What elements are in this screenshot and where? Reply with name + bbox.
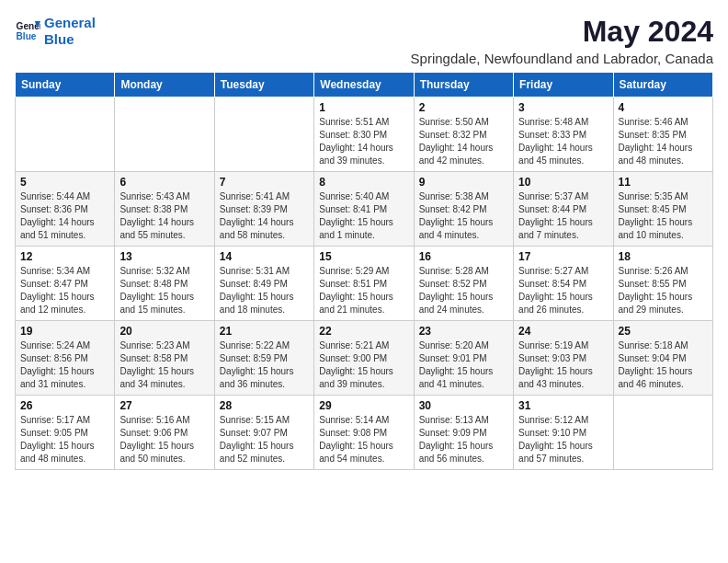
day-number: 12: [20, 250, 109, 263]
calendar-empty-cell: [115, 98, 214, 172]
calendar-day-23: 23Sunrise: 5:20 AMSunset: 9:01 PMDayligh…: [414, 321, 513, 396]
weekday-header-wednesday: Wednesday: [314, 73, 414, 98]
day-number: 29: [319, 399, 408, 412]
calendar-day-27: 27Sunrise: 5:16 AMSunset: 9:06 PMDayligh…: [115, 396, 214, 470]
day-number: 21: [220, 325, 309, 338]
day-info: Sunrise: 5:12 AMSunset: 9:10 PMDaylight:…: [518, 414, 608, 465]
header: General Blue GeneralBlue May 2024 Spring…: [15, 15, 713, 66]
day-info: Sunrise: 5:46 AMSunset: 8:35 PMDaylight:…: [619, 116, 708, 167]
calendar-day-8: 8Sunrise: 5:40 AMSunset: 8:41 PMDaylight…: [314, 172, 414, 247]
day-number: 30: [419, 399, 508, 412]
day-number: 10: [518, 176, 608, 189]
weekday-header-tuesday: Tuesday: [214, 73, 313, 98]
day-info: Sunrise: 5:16 AMSunset: 9:06 PMDaylight:…: [119, 414, 209, 465]
day-info: Sunrise: 5:31 AMSunset: 8:49 PMDaylight:…: [220, 265, 309, 316]
calendar-empty-cell: [214, 98, 313, 172]
day-info: Sunrise: 5:41 AMSunset: 8:39 PMDaylight:…: [220, 190, 309, 242]
calendar-day-16: 16Sunrise: 5:28 AMSunset: 8:52 PMDayligh…: [414, 247, 513, 321]
day-info: Sunrise: 5:40 AMSunset: 8:41 PMDaylight:…: [319, 190, 408, 242]
calendar-day-29: 29Sunrise: 5:14 AMSunset: 9:08 PMDayligh…: [314, 396, 414, 470]
day-info: Sunrise: 5:13 AMSunset: 9:09 PMDaylight:…: [419, 414, 508, 465]
calendar-day-6: 6Sunrise: 5:43 AMSunset: 8:38 PMDaylight…: [115, 172, 214, 247]
calendar-day-19: 19Sunrise: 5:24 AMSunset: 8:56 PMDayligh…: [16, 321, 115, 396]
day-number: 19: [20, 325, 109, 338]
day-info: Sunrise: 5:23 AMSunset: 8:58 PMDaylight:…: [119, 339, 209, 391]
day-number: 31: [518, 399, 608, 412]
calendar-day-28: 28Sunrise: 5:15 AMSunset: 9:07 PMDayligh…: [214, 396, 313, 470]
day-info: Sunrise: 5:20 AMSunset: 9:01 PMDaylight:…: [419, 339, 508, 391]
day-number: 9: [419, 176, 508, 189]
calendar-week-row: 26Sunrise: 5:17 AMSunset: 9:05 PMDayligh…: [16, 396, 713, 470]
calendar: SundayMondayTuesdayWednesdayThursdayFrid…: [15, 72, 713, 470]
day-number: 17: [518, 250, 608, 263]
day-number: 22: [319, 325, 408, 338]
logo-text: GeneralBlue: [44, 15, 96, 48]
calendar-empty-cell: [16, 98, 115, 172]
day-info: Sunrise: 5:26 AMSunset: 8:55 PMDaylight:…: [619, 265, 708, 316]
weekday-header-thursday: Thursday: [414, 73, 513, 98]
day-number: 6: [119, 176, 209, 189]
calendar-day-21: 21Sunrise: 5:22 AMSunset: 8:59 PMDayligh…: [214, 321, 313, 396]
calendar-day-12: 12Sunrise: 5:34 AMSunset: 8:47 PMDayligh…: [16, 247, 115, 321]
calendar-day-24: 24Sunrise: 5:19 AMSunset: 9:03 PMDayligh…: [514, 321, 613, 396]
day-number: 18: [619, 250, 708, 263]
calendar-day-14: 14Sunrise: 5:31 AMSunset: 8:49 PMDayligh…: [214, 247, 313, 321]
calendar-day-3: 3Sunrise: 5:48 AMSunset: 8:33 PMDaylight…: [514, 98, 613, 172]
calendar-day-22: 22Sunrise: 5:21 AMSunset: 9:00 PMDayligh…: [314, 321, 414, 396]
day-info: Sunrise: 5:22 AMSunset: 8:59 PMDaylight:…: [220, 339, 309, 391]
calendar-day-1: 1Sunrise: 5:51 AMSunset: 8:30 PMDaylight…: [314, 98, 414, 172]
day-number: 26: [20, 399, 109, 412]
day-info: Sunrise: 5:24 AMSunset: 8:56 PMDaylight:…: [20, 339, 109, 391]
calendar-day-5: 5Sunrise: 5:44 AMSunset: 8:36 PMDaylight…: [16, 172, 115, 247]
day-number: 27: [119, 399, 209, 412]
day-info: Sunrise: 5:21 AMSunset: 9:00 PMDaylight:…: [319, 339, 408, 391]
calendar-day-4: 4Sunrise: 5:46 AMSunset: 8:35 PMDaylight…: [613, 98, 712, 172]
calendar-day-2: 2Sunrise: 5:50 AMSunset: 8:32 PMDaylight…: [414, 98, 513, 172]
day-info: Sunrise: 5:17 AMSunset: 9:05 PMDaylight:…: [20, 414, 109, 465]
day-number: 25: [619, 325, 708, 338]
calendar-day-17: 17Sunrise: 5:27 AMSunset: 8:54 PMDayligh…: [514, 247, 613, 321]
weekday-header-row: SundayMondayTuesdayWednesdayThursdayFrid…: [16, 73, 713, 98]
calendar-week-row: 12Sunrise: 5:34 AMSunset: 8:47 PMDayligh…: [16, 247, 713, 321]
day-number: 8: [319, 176, 408, 189]
calendar-day-18: 18Sunrise: 5:26 AMSunset: 8:55 PMDayligh…: [613, 247, 712, 321]
calendar-day-20: 20Sunrise: 5:23 AMSunset: 8:58 PMDayligh…: [115, 321, 214, 396]
day-info: Sunrise: 5:18 AMSunset: 9:04 PMDaylight:…: [619, 339, 708, 391]
day-info: Sunrise: 5:37 AMSunset: 8:44 PMDaylight:…: [518, 190, 608, 242]
weekday-header-saturday: Saturday: [613, 73, 712, 98]
logo-icon: General Blue: [15, 18, 40, 44]
day-number: 28: [220, 399, 309, 412]
day-info: Sunrise: 5:34 AMSunset: 8:47 PMDaylight:…: [20, 265, 109, 316]
day-number: 3: [518, 101, 608, 114]
calendar-day-25: 25Sunrise: 5:18 AMSunset: 9:04 PMDayligh…: [613, 321, 712, 396]
day-number: 20: [119, 325, 209, 338]
svg-text:Blue: Blue: [17, 31, 37, 41]
day-info: Sunrise: 5:29 AMSunset: 8:51 PMDaylight:…: [319, 265, 408, 316]
day-info: Sunrise: 5:28 AMSunset: 8:52 PMDaylight:…: [419, 265, 508, 316]
logo: General Blue GeneralBlue: [15, 15, 96, 48]
calendar-day-7: 7Sunrise: 5:41 AMSunset: 8:39 PMDaylight…: [214, 172, 313, 247]
day-number: 13: [119, 250, 209, 263]
day-info: Sunrise: 5:43 AMSunset: 8:38 PMDaylight:…: [119, 190, 209, 242]
calendar-day-26: 26Sunrise: 5:17 AMSunset: 9:05 PMDayligh…: [16, 396, 115, 470]
day-info: Sunrise: 5:32 AMSunset: 8:48 PMDaylight:…: [119, 265, 209, 316]
day-number: 24: [518, 325, 608, 338]
calendar-day-10: 10Sunrise: 5:37 AMSunset: 8:44 PMDayligh…: [514, 172, 613, 247]
weekday-header-sunday: Sunday: [16, 73, 115, 98]
day-number: 5: [20, 176, 109, 189]
day-number: 1: [319, 101, 408, 114]
day-number: 11: [619, 176, 708, 189]
day-info: Sunrise: 5:15 AMSunset: 9:07 PMDaylight:…: [220, 414, 309, 465]
calendar-empty-cell: [613, 396, 712, 470]
day-number: 2: [419, 101, 508, 114]
calendar-week-row: 5Sunrise: 5:44 AMSunset: 8:36 PMDaylight…: [16, 172, 713, 247]
day-number: 23: [419, 325, 508, 338]
day-info: Sunrise: 5:48 AMSunset: 8:33 PMDaylight:…: [518, 116, 608, 167]
day-info: Sunrise: 5:27 AMSunset: 8:54 PMDaylight:…: [518, 265, 608, 316]
day-info: Sunrise: 5:35 AMSunset: 8:45 PMDaylight:…: [619, 190, 708, 242]
calendar-day-31: 31Sunrise: 5:12 AMSunset: 9:10 PMDayligh…: [514, 396, 613, 470]
day-info: Sunrise: 5:50 AMSunset: 8:32 PMDaylight:…: [419, 116, 508, 167]
calendar-week-row: 19Sunrise: 5:24 AMSunset: 8:56 PMDayligh…: [16, 321, 713, 396]
day-info: Sunrise: 5:38 AMSunset: 8:42 PMDaylight:…: [419, 190, 508, 242]
day-number: 16: [419, 250, 508, 263]
